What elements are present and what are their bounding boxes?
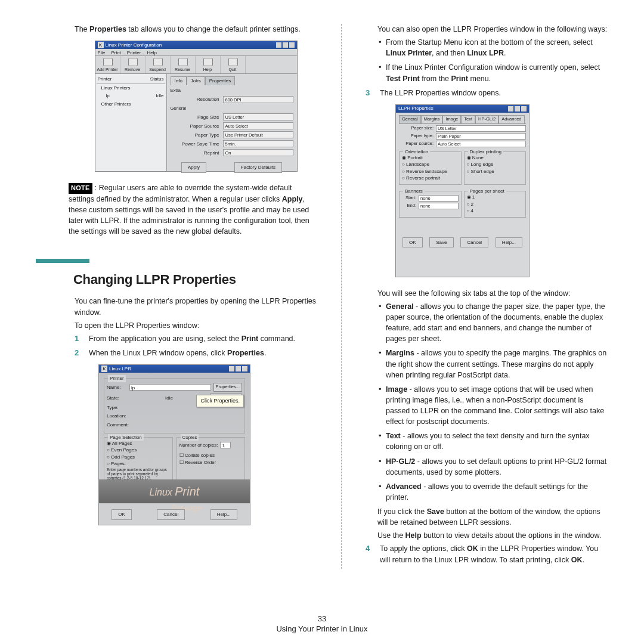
th-printer: Printer (98, 76, 112, 83)
val-paper-source[interactable]: Auto Select (223, 122, 293, 129)
radio-duplex-long[interactable]: Long edge (467, 161, 524, 168)
radio-portrait[interactable]: Portrait (402, 154, 459, 162)
window-controls (508, 106, 527, 112)
tab-jobs[interactable]: Jobs (187, 76, 205, 85)
val-page-size[interactable]: US Letter (223, 113, 293, 120)
radio-duplex-short[interactable]: Short edge (467, 168, 524, 175)
val-state: Idle (165, 395, 173, 402)
val-reprint[interactable]: On (223, 149, 293, 156)
btn-cancel[interactable]: Cancel (157, 509, 185, 520)
tab-desc-image: Image - allows you to set image options … (386, 384, 608, 428)
btn-save[interactable]: Save (429, 237, 453, 248)
lbl-state: State: (107, 395, 129, 402)
btn-properties[interactable]: Properties... (213, 383, 242, 392)
t-b: Properties (89, 25, 126, 33)
sel-paper-size[interactable]: US Letter (436, 125, 526, 132)
tab-info[interactable]: Info (171, 76, 187, 85)
footer: 33 Using Your Printer in Linux (0, 614, 644, 633)
radio-pages[interactable]: Pages: (107, 460, 170, 467)
radio-rev-portrait[interactable]: Reverse portrait (402, 175, 459, 182)
tab-image[interactable]: Image (442, 115, 461, 123)
btn-ok[interactable]: OK (402, 237, 423, 248)
btn-suspend[interactable]: Suspend (145, 56, 171, 73)
cap-banners: Banners (403, 188, 425, 195)
btn-factory-defaults[interactable]: Factory Defaults (234, 162, 282, 173)
radio-landscape[interactable]: Landscape (402, 161, 459, 168)
radio-pps-2[interactable]: 2 (467, 201, 524, 208)
tab-margins[interactable]: Margins (421, 115, 443, 123)
radio-all-pages[interactable]: All Pages (107, 440, 170, 447)
radio-pps-1[interactable]: 1 (467, 194, 524, 201)
lbl-reprint: Reprint (171, 150, 223, 157)
sel-banner-end[interactable]: none (419, 203, 459, 209)
cap-orientation: Orientation (403, 148, 430, 156)
val-resolution[interactable]: 600 DPI (223, 96, 293, 103)
lbl-start: Start: (402, 195, 419, 202)
btn-resume[interactable]: Resume (171, 56, 196, 73)
cap-printer: Printer (108, 375, 126, 382)
btn-help[interactable]: Help (196, 56, 221, 73)
help-note: Use the Help button to view details abou… (377, 530, 608, 541)
group-page-selection: Page Selection All Pages Even Pages Odd … (104, 437, 173, 484)
tree-item-lp[interactable]: lpIdle (97, 92, 165, 100)
cap-pps: Pages per sheet (468, 188, 506, 195)
inp-copies[interactable]: 1 (220, 442, 231, 448)
menu-file[interactable]: File (98, 49, 106, 55)
inp-name[interactable]: lp (129, 384, 211, 391)
btn-ok[interactable]: OK (112, 509, 132, 520)
tree-other[interactable]: Other Printers (97, 100, 165, 109)
radio-odd-pages[interactable]: Odd Pages (107, 454, 170, 461)
tab-advanced[interactable]: Advanced (499, 115, 524, 123)
chk-reverse[interactable]: Reverse Order (185, 460, 216, 465)
section-general: General (171, 106, 293, 112)
radio-even-pages[interactable]: Even Pages (107, 447, 170, 454)
window-title: Linux Printer Configuration (106, 42, 162, 49)
lbl-name: Name: (107, 384, 129, 391)
group-banners: Banners Start:none End:none (399, 191, 462, 218)
btn-add-printer[interactable]: Add Printer (95, 56, 120, 73)
sel-banner-start[interactable]: none (419, 195, 459, 202)
tab-general[interactable]: General (399, 115, 421, 123)
column-divider (341, 24, 342, 569)
val-paper-type[interactable]: Use Printer Default (223, 131, 293, 138)
menu-printer[interactable]: Printer (127, 49, 141, 55)
lbl-copies: Number of copies: (179, 442, 218, 449)
step-2: When the Linux LPR window opens, click P… (86, 348, 317, 358)
fig-linux-lpr: K Linux LPR Printer Name:lpProperties...… (98, 364, 250, 525)
tab-hpgl2[interactable]: HP-GL/2 (475, 115, 499, 123)
footer-caption: Using Your Printer in Linux (0, 624, 644, 633)
window-titlebar: K Linux LPR (99, 365, 250, 373)
fig-llpr-properties: LLPR Properties General Margins Image Te… (395, 104, 530, 277)
lbl-comment: Comment: (107, 422, 129, 429)
menu-help[interactable]: Help (147, 49, 156, 55)
radio-duplex-none[interactable]: None (467, 154, 524, 162)
tab-properties[interactable]: Properties (205, 76, 235, 85)
menu-print[interactable]: Print (111, 49, 120, 55)
properties-panel: Info Jobs Properties Extra Resolution600… (167, 74, 297, 171)
tree-root[interactable]: Linux Printers (97, 84, 165, 92)
btn-remove[interactable]: Remove (120, 56, 145, 73)
chk-collate[interactable]: Collate copies (185, 453, 215, 458)
lbl-location: Location: (107, 413, 129, 420)
radio-rev-landscape[interactable]: Reverse landscape (402, 168, 459, 175)
page-number: 33 (0, 614, 644, 623)
sel-paper-source[interactable]: Auto Select (436, 141, 526, 147)
tabs-intro: You will see the following six tabs at t… (377, 288, 608, 299)
btn-quit[interactable]: Quit (221, 56, 246, 73)
section-divider (36, 259, 89, 263)
sel-paper-type[interactable]: Plain Paper (436, 133, 526, 140)
lbl-type: Type: (107, 404, 129, 411)
heading-changing-llpr: Changing LLPR Properties (73, 270, 317, 289)
btn-help[interactable]: Help... (210, 509, 237, 520)
window-titlebar: K Linux Printer Configuration (95, 41, 297, 49)
val-power-save[interactable]: 5min. (223, 140, 293, 147)
btn-help[interactable]: Help... (496, 237, 522, 248)
note-badge: NOTE (69, 183, 92, 194)
tab-text[interactable]: Text (461, 115, 475, 123)
btn-apply[interactable]: Apply (181, 162, 206, 173)
tab-desc-hpgl2: HP-GL/2 - allows you to set default opti… (386, 456, 608, 478)
btn-cancel[interactable]: Cancel (460, 237, 488, 248)
radio-pps-4[interactable]: 4 (467, 208, 524, 215)
linux-print-package-logo: Linux PrintPackage (99, 479, 250, 503)
th-status: Status (150, 76, 164, 83)
